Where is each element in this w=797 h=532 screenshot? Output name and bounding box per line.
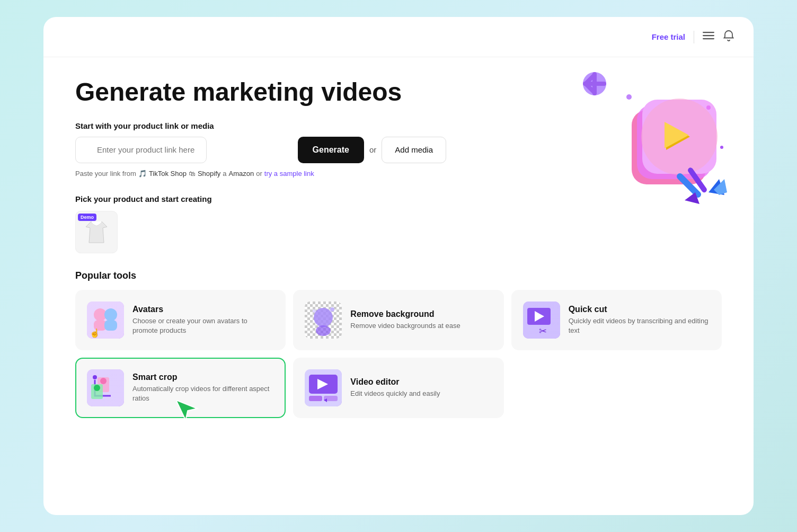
- smart-crop-name: Smart crop: [132, 373, 274, 382]
- svg-point-20: [706, 105, 711, 110]
- svg-text:☝: ☝: [90, 328, 100, 338]
- svg-rect-26: [104, 320, 117, 331]
- svg-point-31: [313, 309, 316, 313]
- video-editor-icon: [305, 369, 342, 406]
- avatars-name: Avatars: [132, 305, 274, 314]
- menu-icon[interactable]: [703, 30, 714, 44]
- svg-rect-0: [703, 32, 714, 33]
- smart-crop-icon: [87, 369, 124, 406]
- tools-row-1: ☝ Avatars Choose or create your own avat…: [75, 290, 722, 350]
- svg-point-41: [93, 375, 97, 379]
- remove-bg-desc: Remove video backgrounds at ease: [350, 321, 492, 331]
- svg-point-25: [104, 308, 117, 321]
- popular-tools-title: Popular tools: [75, 270, 722, 281]
- video-editor-info: Video editor Edit videos quickly and eas…: [350, 377, 492, 398]
- quick-cut-icon: ✂: [523, 302, 560, 339]
- quick-cut-info: Quick cut Quickly edit videos by transcr…: [569, 305, 710, 335]
- header: Free trial: [43, 17, 754, 57]
- tool-card-video-editor[interactable]: Video editor Edit videos quickly and eas…: [293, 358, 503, 418]
- video-editor-desc: Edit videos quickly and easily: [350, 389, 492, 398]
- tool-card-remove-bg[interactable]: Remove background Remove video backgroun…: [293, 290, 503, 350]
- shopify-link[interactable]: Shopify: [198, 170, 220, 178]
- avatars-icon: ☝: [87, 302, 124, 339]
- svg-point-38: [100, 378, 107, 384]
- svg-point-29: [316, 325, 331, 336]
- svg-point-40: [94, 385, 100, 391]
- cursor-indicator: [176, 400, 199, 429]
- avatars-desc: Choose or create your own avatars to pro…: [132, 316, 274, 335]
- svg-point-30: [330, 307, 334, 312]
- bell-icon[interactable]: [723, 30, 734, 44]
- free-trial-link[interactable]: Free trial: [652, 32, 685, 41]
- tools-row-2: Smart crop Automatically crop videos for…: [75, 358, 722, 418]
- svg-point-19: [626, 94, 632, 100]
- header-divider: [694, 31, 694, 43]
- popular-tools-section: Popular tools: [75, 270, 722, 418]
- remove-bg-info: Remove background Remove video backgroun…: [350, 309, 492, 331]
- hero-illustration: [579, 68, 738, 227]
- product-section: Pick your product and start creating Dem…: [75, 194, 446, 253]
- tool-card-quick-cut[interactable]: ✂ Quick cut Quickly edit videos by trans…: [511, 290, 722, 350]
- smart-crop-desc: Automatically crop videos for different …: [132, 384, 274, 403]
- input-label: Start with your product link or media: [75, 121, 446, 130]
- quick-cut-desc: Quickly edit videos by transcribing and …: [569, 316, 710, 335]
- tool-card-avatars[interactable]: ☝ Avatars Choose or create your own avat…: [75, 290, 286, 350]
- generate-button[interactable]: Generate: [298, 137, 364, 163]
- content: Generate marketing videos Start with you…: [43, 57, 754, 439]
- quick-cut-name: Quick cut: [569, 305, 710, 314]
- empty-slot: [511, 358, 722, 418]
- amazon-link[interactable]: Amazon: [229, 170, 254, 178]
- product-link-input[interactable]: [75, 137, 207, 163]
- input-wrapper: [75, 137, 293, 163]
- svg-marker-43: [176, 400, 197, 420]
- svg-point-21: [720, 146, 723, 149]
- smart-crop-info: Smart crop Automatically crop videos for…: [132, 373, 274, 403]
- page-title: Generate marketing videos: [75, 78, 446, 107]
- tool-card-smart-crop[interactable]: Smart crop Automatically crop videos for…: [75, 358, 286, 418]
- add-media-button[interactable]: Add media: [382, 137, 446, 163]
- svg-text:✂: ✂: [539, 326, 547, 336]
- remove-bg-icon: [305, 302, 342, 339]
- input-row: Generate or Add media: [75, 137, 446, 163]
- main-card: Free trial Generate marketing videos Sta…: [43, 17, 754, 515]
- tiktok-shop-link[interactable]: TikTok Shop: [149, 170, 187, 178]
- svg-rect-1: [703, 35, 714, 36]
- or-separator: or: [369, 145, 376, 154]
- product-thumbnail[interactable]: Demo: [75, 211, 118, 253]
- demo-badge: Demo: [78, 214, 96, 221]
- hero-section: Generate marketing videos Start with you…: [75, 78, 722, 253]
- svg-point-28: [314, 308, 333, 327]
- remove-bg-name: Remove background: [350, 309, 492, 319]
- svg-rect-47: [309, 396, 322, 401]
- avatars-info: Avatars Choose or create your own avatar…: [132, 305, 274, 335]
- paste-hint: Paste your link from 🎵 TikTok Shop 🛍 Sho…: [75, 170, 446, 178]
- video-editor-name: Video editor: [350, 377, 492, 387]
- sample-link[interactable]: try a sample link: [264, 170, 314, 178]
- svg-rect-2: [703, 38, 714, 39]
- hero-left: Generate marketing videos Start with you…: [75, 78, 446, 253]
- product-section-label: Pick your product and start creating: [75, 194, 446, 203]
